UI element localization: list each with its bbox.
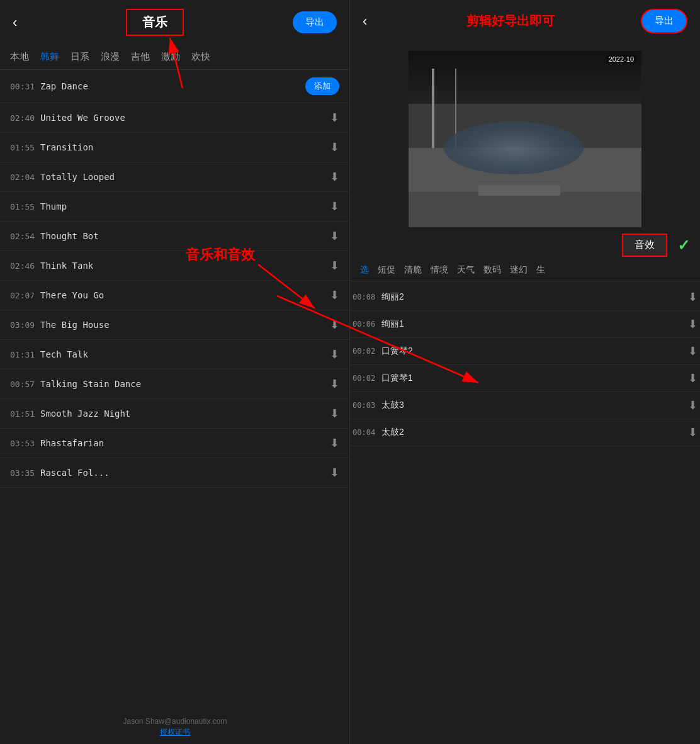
download-icon[interactable]: ⬇ [330,259,339,273]
track-time: 00:31 [10,82,35,91]
sfx-time: 00:04 [353,428,378,437]
download-icon[interactable]: ⬇ [330,111,339,125]
download-icon[interactable]: ⬇ [688,317,697,331]
tab-kpop[interactable]: 韩舞 [40,48,59,65]
download-icon[interactable]: ⬇ [330,436,339,450]
add-track-button[interactable]: 添加 [305,77,339,95]
track-row[interactable]: 00:57 Talking Stain Dance ⬇ [0,369,349,399]
download-icon[interactable]: ⬇ [688,426,697,439]
track-row[interactable]: 01:55 Thump ⬇ [0,192,349,222]
sfx-tab-ambient[interactable]: 情境 [431,262,448,278]
track-time: 03:09 [10,320,35,330]
download-icon[interactable]: ⬇ [330,200,339,213]
left-tabs-row: 本地 韩舞 日系 浪漫 吉他 激励 欢快 [0,45,349,70]
sfx-tab-digital[interactable]: 数码 [483,262,501,278]
track-name: Totally Looped [40,172,330,182]
sfx-time: 00:02 [353,374,378,383]
track-name: Tech Talk [40,349,330,359]
video-timestamp: 2022-10 [606,55,636,64]
left-export-button[interactable]: 导出 [293,11,337,33]
left-back-button[interactable]: ‹ [13,14,17,31]
right-header: ‹ 剪辑好导出即可 导出 [350,0,700,42]
tab-romantic[interactable]: 浪漫 [101,48,120,65]
sfx-row[interactable]: 00:02 口簧琴2 ⬇ [350,338,700,365]
download-icon[interactable]: ⬇ [330,347,339,361]
track-name: Rhastafarian [40,438,330,448]
sfx-tab-weather[interactable]: 天气 [457,262,475,278]
track-name: Thought Bot [40,231,330,241]
sfx-row[interactable]: 00:02 口簧琴1 ⬇ [350,365,700,392]
track-time: 00:57 [10,380,35,389]
track-name: Think Tank [40,261,330,271]
track-time: 02:54 [10,232,35,241]
footer-license-link[interactable]: 授权证书 [160,728,190,736]
track-list: 00:31 Zap Dance 添加 02:40 United We Groov… [0,70,349,744]
track-name: Transition [40,142,330,152]
footer-email: Jason Shaw@audionautix.com [0,717,350,726]
download-icon[interactable]: ⬇ [330,140,339,154]
sfx-tab-misc[interactable]: 生 [536,262,545,278]
track-row[interactable]: 02:40 United We Groove ⬇ [0,103,349,133]
track-time: 02:07 [10,291,35,300]
track-name: Rascal Fol... [40,468,330,478]
track-time: 01:55 [10,143,35,152]
sfx-name: 太鼓2 [381,427,688,438]
sfx-name: 口簧琴2 [381,346,688,357]
sfx-row[interactable]: 00:03 太鼓3 ⬇ [350,392,700,419]
track-row[interactable]: 01:51 Smooth Jazz Night ⬇ [0,399,349,429]
track-row[interactable]: 03:09 The Big House ⬇ [0,310,349,340]
track-row[interactable]: 01:31 Tech Talk ⬇ [0,340,349,369]
track-name: There You Go [40,290,330,300]
sfx-time: 00:06 [353,320,378,329]
sfx-label: 音效 [622,234,667,257]
track-time: 03:35 [10,468,35,478]
sfx-list: 00:08 绚丽2 ⬇ 00:06 绚丽1 ⬇ 00:02 口簧琴2 ⬇ 00:… [350,284,700,446]
track-name: Zap Dance [40,81,305,91]
track-time: 03:53 [10,439,35,448]
track-time: 01:55 [10,202,35,211]
tab-happy[interactable]: 欢快 [191,48,210,65]
download-icon[interactable]: ⬇ [330,170,339,184]
sfx-row[interactable]: 00:08 绚丽2 ⬇ [350,284,700,311]
tab-motivational[interactable]: 激励 [161,48,180,65]
sfx-label-area: 音效 ✓ [350,227,700,259]
sfx-tab-mystic[interactable]: 迷幻 [510,262,528,278]
download-icon[interactable]: ⬇ [330,466,339,480]
sfx-tab-short[interactable]: 短促 [378,262,395,278]
tab-japanese[interactable]: 日系 [71,48,89,65]
download-icon[interactable]: ⬇ [330,288,339,302]
track-row[interactable]: 02:46 Think Tank ⬇ [0,251,349,281]
sfx-name: 绚丽1 [381,318,688,330]
download-icon[interactable]: ⬇ [330,318,339,332]
sfx-row[interactable]: 00:06 绚丽1 ⬇ [350,311,700,338]
download-icon[interactable]: ⬇ [688,344,697,358]
sfx-row[interactable]: 00:04 太鼓2 ⬇ [350,419,700,446]
sfx-name: 口簧琴1 [381,373,688,384]
download-icon[interactable]: ⬇ [688,398,697,412]
download-icon[interactable]: ⬇ [688,290,697,304]
track-row[interactable]: 02:54 Thought Bot ⬇ [0,222,349,251]
download-icon[interactable]: ⬇ [330,377,339,391]
track-row[interactable]: 01:55 Transition ⬇ [0,133,349,162]
track-row[interactable]: 03:53 Rhastafarian ⬇ [0,429,349,458]
sfx-tab-crisp[interactable]: 清脆 [404,262,422,278]
track-row[interactable]: 02:07 There You Go ⬇ [0,281,349,310]
track-time: 01:51 [10,409,35,419]
track-name: Smooth Jazz Night [40,409,330,419]
sfx-tab-selected[interactable]: 选 [360,262,369,278]
track-time: 02:46 [10,261,35,271]
right-panel: ‹ 剪辑好导出即可 导出 2022-10 音效 ✓ 选 短促 清脆 情境 天气 [350,0,700,744]
tab-guitar[interactable]: 吉他 [131,48,150,65]
track-row[interactable]: 03:35 Rascal Fol... ⬇ [0,458,349,488]
track-row[interactable]: 00:31 Zap Dance 添加 [0,70,349,103]
right-back-button[interactable]: ‹ [363,13,367,30]
download-icon[interactable]: ⬇ [330,407,339,420]
sfx-time: 00:08 [353,293,378,302]
tab-local[interactable]: 本地 [10,48,29,65]
download-icon[interactable]: ⬇ [330,229,339,243]
footer: Jason Shaw@audionautix.com 授权证书 [0,717,350,738]
right-export-button[interactable]: 导出 [641,9,687,33]
track-time: 02:04 [10,172,35,182]
track-row[interactable]: 02:04 Totally Looped ⬇ [0,162,349,192]
download-icon[interactable]: ⬇ [688,371,697,385]
